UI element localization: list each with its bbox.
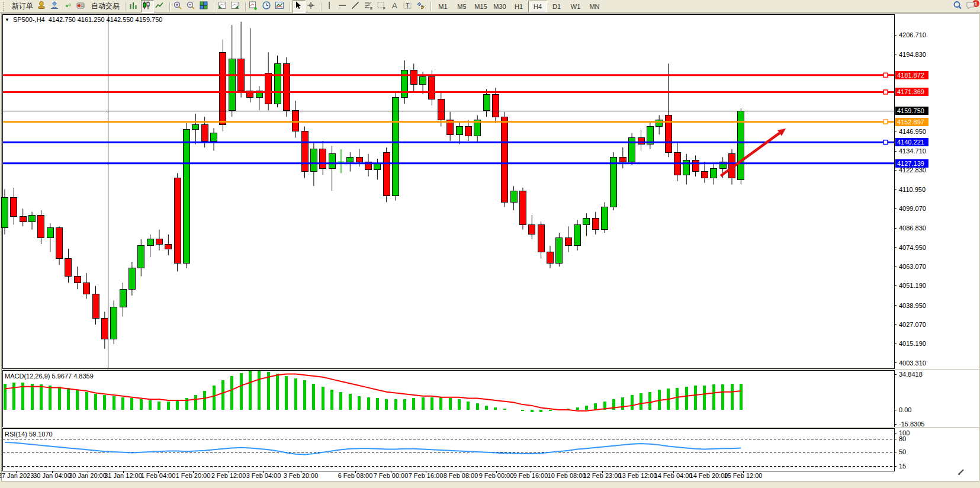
time-tick-label: 13 Feb 12:00 xyxy=(619,472,657,479)
line-handle[interactable] xyxy=(883,90,888,94)
toolbar-separator xyxy=(321,2,322,11)
price-tick-label: 4038.950 xyxy=(899,302,926,309)
rsi-tick-label: 80 xyxy=(899,435,906,442)
candle xyxy=(283,57,290,117)
time-tick-label: 9 Feb 16:00 xyxy=(513,472,548,479)
channel-icon[interactable]: F xyxy=(376,0,389,13)
current-price-label[interactable]: 4159.750 xyxy=(895,107,928,115)
svg-text:4171.369: 4171.369 xyxy=(897,88,924,95)
rsi-tick-label: 15 xyxy=(899,463,906,470)
shapes-icon[interactable]: ▾ xyxy=(415,0,428,13)
chart-canvas[interactable]: 4181.8724171.3694152.8974140.2214127.139… xyxy=(0,0,980,488)
toolbar-grip[interactable] xyxy=(3,2,7,11)
hline-price-label[interactable]: 4152.897 xyxy=(895,118,928,126)
time-tick-label: 2 Feb 12:00 xyxy=(211,472,246,479)
timeframe-button-mn[interactable]: MN xyxy=(585,1,604,12)
candle xyxy=(393,92,399,200)
price-tick-label: 4003.310 xyxy=(899,359,926,367)
hline-price-label[interactable]: 4171.369 xyxy=(895,88,928,96)
add-indicator-icon[interactable]: ▾ xyxy=(248,0,261,13)
price-tick-label: 4086.830 xyxy=(899,224,926,232)
bars-chart-icon[interactable] xyxy=(128,0,141,13)
timeframe-button-m30[interactable]: M30 xyxy=(490,1,509,12)
candle xyxy=(502,112,508,207)
line-handle[interactable] xyxy=(883,73,888,77)
chart-title: ▼ SP500-,H4 4142.750 4161.250 4142.550 4… xyxy=(5,16,162,23)
candle xyxy=(629,133,635,165)
accounts-icon[interactable] xyxy=(49,0,62,13)
timeframe-button-m1[interactable]: M1 xyxy=(433,1,452,12)
data-window-icon[interactable] xyxy=(217,0,230,13)
line-handle[interactable] xyxy=(883,140,888,145)
navigator-icon[interactable] xyxy=(230,0,243,13)
line-handle[interactable] xyxy=(883,120,888,124)
candle xyxy=(556,233,563,267)
candle xyxy=(574,220,581,251)
time-tick-label: 9 Feb 00:00 xyxy=(479,472,514,479)
price-tick-label: 4015.190 xyxy=(899,340,926,347)
zoom-in-icon[interactable] xyxy=(172,0,185,13)
macd-tick-label: 0.00 xyxy=(899,406,911,413)
price-pane[interactable] xyxy=(2,14,894,368)
timeframe-button-m15[interactable]: M15 xyxy=(471,1,490,12)
chat-icon[interactable]: 1 xyxy=(965,0,978,13)
auto-trading-icon[interactable] xyxy=(75,0,88,13)
time-tick-label: 7 Feb 16:00 xyxy=(409,472,444,479)
macd-tick-label: -15.8305 xyxy=(899,420,924,428)
rsi-pane[interactable] xyxy=(2,428,894,471)
candle xyxy=(301,127,308,178)
timeframe-button-d1[interactable]: D1 xyxy=(547,1,566,12)
time-tick-label: 6 Feb 08:00 xyxy=(338,472,373,479)
price-tick-label: 4146.950 xyxy=(899,128,926,135)
trendline-icon[interactable] xyxy=(350,0,363,13)
price-tick-label: 4134.710 xyxy=(899,147,926,155)
svg-text:4152.897: 4152.897 xyxy=(897,118,924,126)
price-tick-label: 4099.070 xyxy=(899,205,926,212)
macd-pane[interactable] xyxy=(2,370,894,427)
crosshair-icon[interactable] xyxy=(306,0,319,13)
period-icon[interactable]: ▾ xyxy=(261,0,274,13)
time-tick-label: 3 Feb 20:00 xyxy=(284,472,319,479)
auto-trading-button[interactable]: 自动交易 xyxy=(88,0,123,13)
text-icon[interactable]: A xyxy=(389,0,402,13)
zoom-out-icon[interactable] xyxy=(185,0,198,13)
template-icon[interactable]: ▾ xyxy=(274,0,287,13)
hline-price-label[interactable]: 4140.221 xyxy=(895,138,928,146)
price-tick-label: 4063.070 xyxy=(899,263,926,270)
timeframe-button-m5[interactable]: M5 xyxy=(452,1,471,12)
signals-icon[interactable] xyxy=(62,0,75,13)
candles-chart-icon[interactable] xyxy=(141,0,154,13)
vertical-line-icon[interactable] xyxy=(324,0,337,13)
price-tick-label: 4027.070 xyxy=(899,321,926,328)
horizontal-line-icon[interactable] xyxy=(337,0,350,13)
stamp-icon[interactable] xyxy=(36,0,49,13)
chart-dropdown-icon[interactable]: ▼ xyxy=(5,17,9,23)
new-order-button[interactable]: 新订单 xyxy=(9,0,36,13)
time-tick-label: 31 Jan 12:00 xyxy=(104,472,142,479)
line-chart-icon[interactable] xyxy=(154,0,167,13)
svg-text:E: E xyxy=(370,7,372,10)
svg-text:T: T xyxy=(406,2,410,9)
candle xyxy=(220,40,226,131)
timeframe-button-w1[interactable]: W1 xyxy=(566,1,585,12)
candle xyxy=(184,123,190,268)
timeframe-button-h1[interactable]: H1 xyxy=(509,1,528,12)
rsi-indicator-label: RSI(14) 59.1070 xyxy=(5,431,53,438)
candle xyxy=(519,188,526,230)
cursor-icon[interactable] xyxy=(293,0,306,13)
label-icon[interactable]: T xyxy=(402,0,415,13)
svg-text:4181.872: 4181.872 xyxy=(897,72,924,79)
search-icon[interactable] xyxy=(952,0,965,13)
toolbar-separator xyxy=(245,2,246,11)
toolbar-separator xyxy=(169,2,170,11)
fibonacci-icon[interactable]: E xyxy=(363,0,376,13)
hline-price-label[interactable]: 4181.872 xyxy=(895,71,928,79)
svg-text:A: A xyxy=(392,1,397,10)
macd-indicator-label: MACD(12,26,9) 5.9677 4.8359 xyxy=(5,373,94,380)
time-tick-label: 10 Feb 08:00 xyxy=(548,472,586,479)
tile-windows-icon[interactable] xyxy=(198,0,211,13)
timeframe-button-h4[interactable]: H4 xyxy=(528,1,547,12)
chart-symbol-period: SP500-,H4 xyxy=(13,16,45,23)
time-tick-label: 30 Jan 04:00 xyxy=(33,472,71,479)
toolbar-separator xyxy=(214,2,214,11)
